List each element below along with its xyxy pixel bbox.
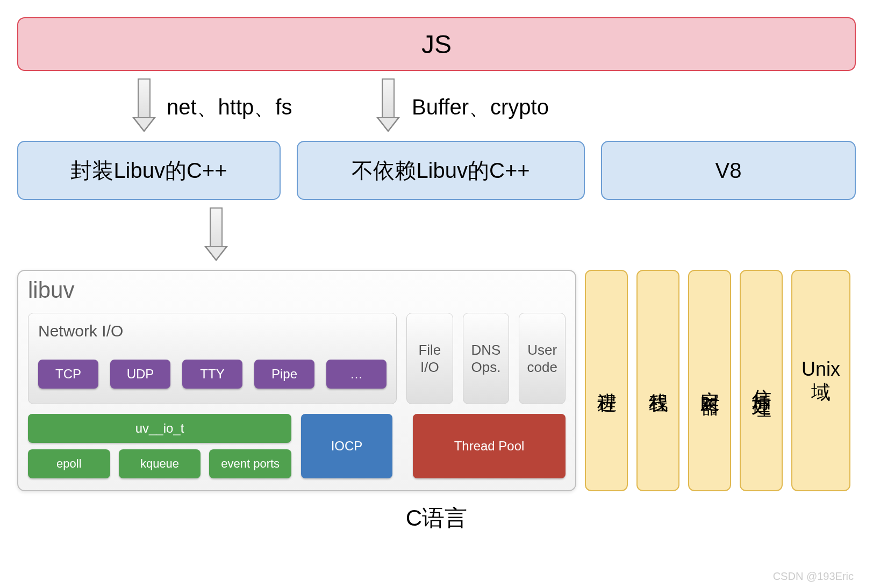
pipe-box: Pipe: [254, 360, 314, 389]
thread-pool-box: Thread Pool: [413, 414, 566, 478]
arrow-left-icon: [133, 78, 155, 132]
network-io-title: Network I/O: [38, 322, 387, 340]
c-layer-row: libuv Network I/O TCP UDP TTY Pipe … Fil…: [17, 270, 856, 491]
libuv-panel: libuv Network I/O TCP UDP TTY Pipe … Fil…: [17, 270, 576, 491]
more-box: …: [326, 360, 387, 389]
libuv-upper-row: Network I/O TCP UDP TTY Pipe … File I/O …: [28, 313, 566, 404]
unix-domain-box: Unix 域: [791, 270, 850, 491]
cpp-row: 封装Libuv的C++ 不依赖Libuv的C++ V8: [17, 141, 856, 200]
iocp-box: IOCP: [301, 414, 392, 478]
js-box: JS: [17, 17, 856, 71]
tty-box: TTY: [182, 360, 242, 389]
uv-io-box: uv__io_t: [28, 414, 291, 443]
cpp-nolibuv-box: 不依赖Libuv的C++: [297, 141, 585, 200]
libuv-title: libuv: [28, 277, 566, 303]
network-io-panel: Network I/O TCP UDP TTY Pipe …: [28, 313, 397, 404]
file-io-box: File I/O: [406, 313, 453, 404]
dns-ops-box: DNS Ops.: [463, 313, 510, 404]
event-ports-box: event ports: [209, 449, 291, 478]
v8-box: V8: [601, 141, 856, 200]
tcp-box: TCP: [38, 360, 98, 389]
network-protocols-row: TCP UDP TTY Pipe …: [38, 360, 387, 389]
arrow-right-icon: [377, 78, 399, 132]
epoll-box: epoll: [28, 449, 110, 478]
udp-box: UDP: [110, 360, 170, 389]
process-box: 进程: [585, 270, 628, 491]
timer-box: 定时器: [688, 270, 731, 491]
thread-box: 线程: [636, 270, 679, 491]
mid-arrow-row: [17, 200, 856, 270]
c-language-label: C语言: [17, 503, 856, 533]
arrow-left-label: net、http、fs: [167, 92, 292, 122]
user-code-box: User code: [519, 313, 566, 404]
uv-io-stack: uv__io_t epoll kqueue event ports: [28, 414, 291, 478]
backends-row: epoll kqueue event ports: [28, 449, 291, 478]
arrow-mid-icon: [205, 207, 227, 261]
signal-box: 信号处理: [740, 270, 783, 491]
cpp-libuv-box: 封装Libuv的C++: [17, 141, 281, 200]
top-arrows-row: net、http、fs Buffer、crypto: [17, 71, 856, 141]
watermark: CSDN @193Eric: [773, 570, 854, 583]
arrow-right-label: Buffer、crypto: [412, 92, 549, 122]
kqueue-box: kqueue: [119, 449, 201, 478]
libuv-lower-row: uv__io_t epoll kqueue event ports IOCP T…: [28, 414, 566, 478]
